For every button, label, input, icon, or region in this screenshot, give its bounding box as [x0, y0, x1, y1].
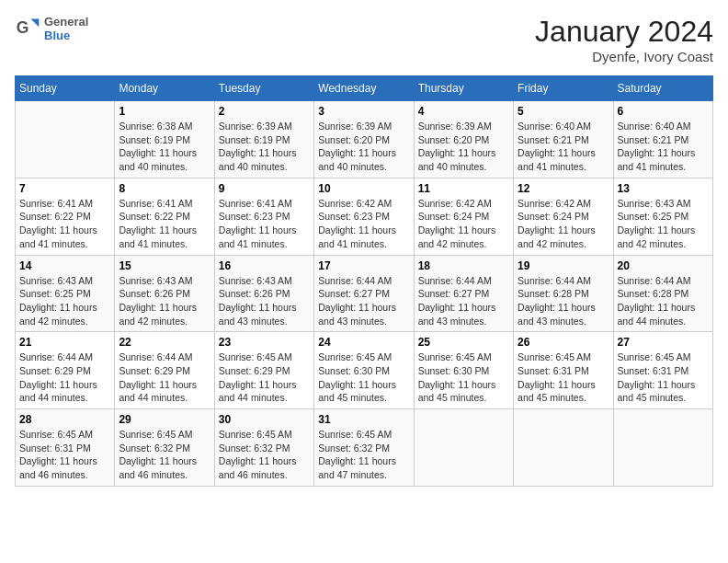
- calendar-cell: 23Sunrise: 6:45 AM Sunset: 6:29 PM Dayli…: [214, 332, 313, 409]
- date-number: 13: [618, 182, 709, 195]
- calendar-body: 1Sunrise: 6:38 AM Sunset: 6:19 PM Daylig…: [16, 101, 713, 487]
- calendar-cell: 13Sunrise: 6:43 AM Sunset: 6:25 PM Dayli…: [613, 178, 712, 255]
- calendar-cell: 24Sunrise: 6:45 AM Sunset: 6:30 PM Dayli…: [314, 332, 414, 409]
- date-number: 31: [318, 413, 409, 426]
- calendar-week-4: 21Sunrise: 6:44 AM Sunset: 6:29 PM Dayli…: [16, 332, 713, 409]
- dow-header-saturday: Saturday: [613, 76, 712, 101]
- page-header: G General Blue January 2024 Dyenfe, Ivor…: [15, 15, 713, 64]
- logo-line2: Blue: [44, 29, 88, 42]
- cell-info: Sunrise: 6:45 AM Sunset: 6:31 PM Dayligh…: [19, 428, 110, 482]
- cell-info: Sunrise: 6:42 AM Sunset: 6:24 PM Dayligh…: [418, 197, 509, 251]
- cell-info: Sunrise: 6:39 AM Sunset: 6:20 PM Dayligh…: [318, 120, 409, 174]
- svg-text:G: G: [17, 18, 29, 37]
- date-number: 16: [219, 259, 310, 272]
- cell-info: Sunrise: 6:44 AM Sunset: 6:29 PM Dayligh…: [19, 350, 110, 405]
- dow-header-monday: Monday: [115, 76, 214, 101]
- cell-info: Sunrise: 6:39 AM Sunset: 6:20 PM Dayligh…: [418, 120, 509, 174]
- calendar-week-1: 1Sunrise: 6:38 AM Sunset: 6:19 PM Daylig…: [16, 101, 713, 178]
- cell-info: Sunrise: 6:38 AM Sunset: 6:19 PM Dayligh…: [119, 120, 210, 174]
- date-number: 19: [518, 259, 609, 272]
- dow-header-tuesday: Tuesday: [214, 76, 313, 101]
- calendar-cell: 9Sunrise: 6:41 AM Sunset: 6:23 PM Daylig…: [214, 178, 313, 255]
- date-number: 5: [518, 105, 609, 118]
- cell-info: Sunrise: 6:43 AM Sunset: 6:25 PM Dayligh…: [618, 197, 709, 251]
- date-number: 10: [318, 182, 409, 195]
- calendar-cell: 20Sunrise: 6:44 AM Sunset: 6:28 PM Dayli…: [613, 255, 712, 332]
- cell-info: Sunrise: 6:39 AM Sunset: 6:19 PM Dayligh…: [219, 120, 310, 174]
- calendar-cell: 15Sunrise: 6:43 AM Sunset: 6:26 PM Dayli…: [115, 255, 214, 332]
- cell-info: Sunrise: 6:44 AM Sunset: 6:28 PM Dayligh…: [618, 274, 709, 328]
- date-number: 23: [219, 336, 310, 349]
- calendar-cell: 21Sunrise: 6:44 AM Sunset: 6:29 PM Dayli…: [16, 332, 115, 409]
- calendar-cell: 25Sunrise: 6:45 AM Sunset: 6:30 PM Dayli…: [414, 332, 513, 409]
- calendar-cell: 26Sunrise: 6:45 AM Sunset: 6:31 PM Dayli…: [514, 332, 613, 409]
- calendar-cell: 31Sunrise: 6:45 AM Sunset: 6:32 PM Dayli…: [314, 409, 414, 487]
- calendar-cell: 8Sunrise: 6:41 AM Sunset: 6:22 PM Daylig…: [115, 178, 214, 255]
- calendar-week-2: 7Sunrise: 6:41 AM Sunset: 6:22 PM Daylig…: [16, 178, 713, 255]
- calendar-cell: [514, 409, 613, 487]
- date-number: 6: [618, 105, 709, 118]
- cell-info: Sunrise: 6:45 AM Sunset: 6:31 PM Dayligh…: [518, 350, 609, 405]
- cell-info: Sunrise: 6:45 AM Sunset: 6:29 PM Dayligh…: [219, 350, 310, 405]
- calendar-cell: 12Sunrise: 6:42 AM Sunset: 6:24 PM Dayli…: [514, 178, 613, 255]
- calendar-cell: 7Sunrise: 6:41 AM Sunset: 6:22 PM Daylig…: [16, 178, 115, 255]
- calendar-cell: 2Sunrise: 6:39 AM Sunset: 6:19 PM Daylig…: [214, 101, 313, 178]
- date-number: 7: [19, 182, 110, 195]
- calendar-cell: 4Sunrise: 6:39 AM Sunset: 6:20 PM Daylig…: [414, 101, 513, 178]
- date-number: 27: [618, 336, 709, 349]
- date-number: 8: [119, 182, 210, 195]
- date-number: 17: [318, 259, 409, 272]
- cell-info: Sunrise: 6:45 AM Sunset: 6:32 PM Dayligh…: [119, 428, 210, 482]
- dow-header-thursday: Thursday: [414, 76, 513, 101]
- calendar-cell: 5Sunrise: 6:40 AM Sunset: 6:21 PM Daylig…: [514, 101, 613, 178]
- date-number: 28: [19, 413, 110, 426]
- date-number: 21: [19, 336, 110, 349]
- calendar-cell: 17Sunrise: 6:44 AM Sunset: 6:27 PM Dayli…: [314, 255, 414, 332]
- logo-text: General Blue: [44, 15, 88, 42]
- svg-marker-1: [31, 19, 40, 28]
- dow-header-friday: Friday: [514, 76, 613, 101]
- calendar-week-3: 14Sunrise: 6:43 AM Sunset: 6:25 PM Dayli…: [16, 255, 713, 332]
- calendar-cell: 18Sunrise: 6:44 AM Sunset: 6:27 PM Dayli…: [414, 255, 513, 332]
- calendar-cell: 3Sunrise: 6:39 AM Sunset: 6:20 PM Daylig…: [314, 101, 414, 178]
- calendar-cell: 14Sunrise: 6:43 AM Sunset: 6:25 PM Dayli…: [16, 255, 115, 332]
- calendar-cell: 16Sunrise: 6:43 AM Sunset: 6:26 PM Dayli…: [214, 255, 313, 332]
- date-number: 15: [119, 259, 210, 272]
- calendar-cell: 10Sunrise: 6:42 AM Sunset: 6:23 PM Dayli…: [314, 178, 414, 255]
- calendar-cell: 19Sunrise: 6:44 AM Sunset: 6:28 PM Dayli…: [514, 255, 613, 332]
- cell-info: Sunrise: 6:42 AM Sunset: 6:23 PM Dayligh…: [318, 197, 409, 251]
- calendar-week-5: 28Sunrise: 6:45 AM Sunset: 6:31 PM Dayli…: [16, 409, 713, 487]
- cell-info: Sunrise: 6:40 AM Sunset: 6:21 PM Dayligh…: [618, 120, 709, 174]
- date-number: 24: [318, 336, 409, 349]
- cell-info: Sunrise: 6:41 AM Sunset: 6:22 PM Dayligh…: [19, 197, 110, 251]
- cell-info: Sunrise: 6:45 AM Sunset: 6:30 PM Dayligh…: [318, 350, 409, 405]
- cell-info: Sunrise: 6:45 AM Sunset: 6:30 PM Dayligh…: [418, 350, 509, 405]
- cell-info: Sunrise: 6:44 AM Sunset: 6:27 PM Dayligh…: [418, 274, 509, 328]
- date-number: 29: [119, 413, 210, 426]
- date-number: 26: [518, 336, 609, 349]
- date-number: 30: [219, 413, 310, 426]
- dow-header-wednesday: Wednesday: [314, 76, 414, 101]
- date-number: 14: [19, 259, 110, 272]
- dow-header-sunday: Sunday: [16, 76, 115, 101]
- calendar-cell: [613, 409, 712, 487]
- date-number: 11: [418, 182, 509, 195]
- cell-info: Sunrise: 6:42 AM Sunset: 6:24 PM Dayligh…: [518, 197, 609, 251]
- date-number: 22: [119, 336, 210, 349]
- cell-info: Sunrise: 6:45 AM Sunset: 6:32 PM Dayligh…: [318, 428, 409, 482]
- date-number: 4: [418, 105, 509, 118]
- logo-icon: G: [15, 16, 40, 41]
- calendar-title: January 2024: [535, 15, 713, 49]
- date-number: 2: [219, 105, 310, 118]
- logo-line1: General: [44, 15, 88, 29]
- date-number: 1: [119, 105, 210, 118]
- calendar-cell: 1Sunrise: 6:38 AM Sunset: 6:19 PM Daylig…: [115, 101, 214, 178]
- cell-info: Sunrise: 6:44 AM Sunset: 6:27 PM Dayligh…: [318, 274, 409, 328]
- cell-info: Sunrise: 6:44 AM Sunset: 6:28 PM Dayligh…: [518, 274, 609, 328]
- cell-info: Sunrise: 6:44 AM Sunset: 6:29 PM Dayligh…: [119, 350, 210, 405]
- calendar-cell: 27Sunrise: 6:45 AM Sunset: 6:31 PM Dayli…: [613, 332, 712, 409]
- date-number: 18: [418, 259, 509, 272]
- cell-info: Sunrise: 6:43 AM Sunset: 6:26 PM Dayligh…: [119, 274, 210, 328]
- calendar-cell: [414, 409, 513, 487]
- calendar-cell: 11Sunrise: 6:42 AM Sunset: 6:24 PM Dayli…: [414, 178, 513, 255]
